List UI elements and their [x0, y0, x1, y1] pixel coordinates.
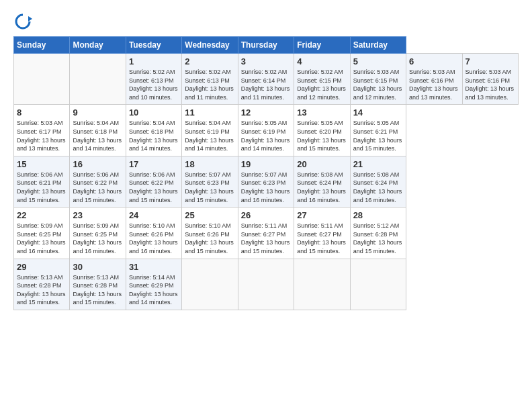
day-info: Sunrise: 5:11 AMSunset: 6:27 PMDaylight:…	[297, 222, 347, 255]
sunrise-text: Sunrise: 5:02 AM	[129, 68, 175, 75]
daylight-minutes: and 11 minutes.	[185, 94, 228, 101]
day-number: 11	[185, 107, 234, 118]
daylight-minutes: and 15 minutes.	[241, 248, 284, 255]
header-cell-tuesday: Tuesday	[126, 37, 181, 54]
day-info: Sunrise: 5:11 AMSunset: 6:27 PMDaylight:…	[241, 222, 291, 255]
daylight-minutes: and 15 minutes.	[185, 197, 228, 203]
sunrise-text: Sunrise: 5:04 AM	[185, 120, 231, 126]
sunrise-text: Sunrise: 5:13 AM	[73, 274, 119, 281]
sunset-text: Sunset: 6:22 PM	[73, 179, 118, 186]
sunset-text: Sunset: 6:14 PM	[241, 77, 286, 84]
calendar-cell: 13Sunrise: 5:05 AMSunset: 6:20 PMDayligh…	[294, 105, 350, 156]
day-info: Sunrise: 5:04 AMSunset: 6:19 PMDaylight:…	[185, 119, 234, 152]
header	[13, 12, 519, 31]
sunrise-text: Sunrise: 5:04 AM	[73, 120, 119, 126]
daylight-text: Daylight: 13 hours	[297, 137, 346, 144]
sunrise-text: Sunrise: 5:05 AM	[241, 120, 287, 126]
calendar-cell: 26Sunrise: 5:11 AMSunset: 6:27 PMDayligh…	[238, 208, 294, 259]
day-info: Sunrise: 5:04 AMSunset: 6:18 PMDaylight:…	[73, 119, 122, 152]
day-number: 13	[297, 107, 347, 118]
day-info: Sunrise: 5:04 AMSunset: 6:18 PMDaylight:…	[129, 119, 179, 152]
calendar-cell: 31Sunrise: 5:14 AMSunset: 6:29 PMDayligh…	[126, 259, 181, 310]
sunset-text: Sunset: 6:25 PM	[73, 231, 118, 238]
daylight-minutes: and 16 minutes.	[241, 197, 284, 203]
calendar-cell: 30Sunrise: 5:13 AMSunset: 6:28 PMDayligh…	[70, 259, 126, 310]
calendar-cell: 8Sunrise: 5:03 AMSunset: 6:17 PMDaylight…	[14, 105, 70, 156]
header-cell-wednesday: Wednesday	[182, 37, 238, 54]
day-number: 28	[353, 210, 403, 220]
logo-icon	[13, 12, 32, 31]
sunset-text: Sunset: 6:21 PM	[353, 128, 398, 135]
sunset-text: Sunset: 6:19 PM	[241, 128, 286, 135]
day-number: 19	[241, 159, 291, 169]
sunrise-text: Sunrise: 5:10 AM	[185, 222, 231, 229]
sunrise-text: Sunrise: 5:12 AM	[353, 222, 400, 229]
day-number: 17	[129, 159, 179, 169]
header-cell-sunday: Sunday	[14, 37, 70, 54]
day-info: Sunrise: 5:05 AMSunset: 6:21 PMDaylight:…	[353, 119, 403, 152]
day-info: Sunrise: 5:14 AMSunset: 6:29 PMDaylight:…	[129, 273, 179, 307]
daylight-text: Daylight: 13 hours	[185, 239, 234, 246]
day-info: Sunrise: 5:03 AMSunset: 6:17 PMDaylight:…	[17, 119, 66, 152]
daylight-text: Daylight: 13 hours	[129, 188, 178, 195]
week-row-2: 8Sunrise: 5:03 AMSunset: 6:17 PMDaylight…	[14, 105, 519, 156]
daylight-text: Daylight: 13 hours	[17, 137, 66, 144]
daylight-text: Daylight: 13 hours	[297, 188, 346, 195]
day-info: Sunrise: 5:08 AMSunset: 6:24 PMDaylight:…	[353, 171, 403, 204]
sunrise-text: Sunrise: 5:02 AM	[185, 68, 231, 75]
sunset-text: Sunset: 6:15 PM	[353, 77, 398, 84]
logo	[13, 12, 35, 31]
calendar-cell: 25Sunrise: 5:10 AMSunset: 6:26 PMDayligh…	[182, 208, 238, 259]
daylight-minutes: and 16 minutes.	[353, 197, 396, 203]
day-number: 20	[297, 159, 347, 169]
day-number: 14	[353, 107, 403, 118]
daylight-minutes: and 16 minutes.	[17, 248, 60, 255]
daylight-minutes: and 15 minutes.	[353, 145, 396, 152]
day-number: 5	[353, 56, 403, 66]
day-number: 24	[129, 210, 179, 220]
day-number: 26	[241, 210, 291, 220]
week-row-1: 1Sunrise: 5:02 AMSunset: 6:13 PMDaylight…	[14, 54, 519, 105]
day-info: Sunrise: 5:03 AMSunset: 6:16 PMDaylight:…	[409, 68, 459, 101]
day-info: Sunrise: 5:02 AMSunset: 6:13 PMDaylight:…	[185, 68, 234, 101]
day-number: 6	[409, 56, 459, 66]
sunrise-text: Sunrise: 5:02 AM	[241, 68, 287, 75]
sunset-text: Sunset: 6:28 PM	[17, 282, 62, 289]
header-cell-thursday: Thursday	[238, 37, 294, 54]
calendar-cell	[238, 259, 294, 310]
day-number: 8	[17, 107, 66, 118]
sunrise-text: Sunrise: 5:11 AM	[297, 222, 343, 229]
sunset-text: Sunset: 6:26 PM	[185, 231, 230, 238]
calendar-cell: 24Sunrise: 5:10 AMSunset: 6:26 PMDayligh…	[126, 208, 181, 259]
sunset-text: Sunset: 6:21 PM	[17, 179, 62, 186]
day-number: 16	[73, 159, 122, 169]
day-number: 1	[129, 56, 179, 66]
sunset-text: Sunset: 6:13 PM	[129, 77, 174, 84]
sunrise-text: Sunrise: 5:08 AM	[297, 171, 343, 178]
daylight-minutes: and 14 minutes.	[73, 145, 116, 152]
daylight-text: Daylight: 13 hours	[73, 291, 122, 298]
daylight-minutes: and 15 minutes.	[297, 248, 340, 255]
header-cell-monday: Monday	[70, 37, 126, 54]
daylight-minutes: and 13 minutes.	[17, 145, 60, 152]
daylight-text: Daylight: 13 hours	[129, 85, 178, 92]
week-row-3: 15Sunrise: 5:06 AMSunset: 6:21 PMDayligh…	[14, 156, 519, 207]
calendar-cell: 27Sunrise: 5:11 AMSunset: 6:27 PMDayligh…	[294, 208, 350, 259]
calendar-cell: 16Sunrise: 5:06 AMSunset: 6:22 PMDayligh…	[70, 156, 126, 207]
sunrise-text: Sunrise: 5:09 AM	[17, 222, 63, 229]
day-info: Sunrise: 5:06 AMSunset: 6:21 PMDaylight:…	[17, 171, 66, 204]
day-info: Sunrise: 5:07 AMSunset: 6:23 PMDaylight:…	[185, 171, 234, 204]
day-info: Sunrise: 5:08 AMSunset: 6:24 PMDaylight:…	[297, 171, 347, 204]
day-info: Sunrise: 5:05 AMSunset: 6:19 PMDaylight:…	[241, 119, 291, 152]
sunset-text: Sunset: 6:15 PM	[297, 77, 342, 84]
calendar-cell: 28Sunrise: 5:12 AMSunset: 6:28 PMDayligh…	[350, 208, 406, 259]
day-number: 18	[185, 159, 234, 169]
sunset-text: Sunset: 6:13 PM	[185, 77, 230, 84]
day-info: Sunrise: 5:02 AMSunset: 6:14 PMDaylight:…	[241, 68, 291, 101]
sunset-text: Sunset: 6:29 PM	[129, 282, 174, 289]
day-info: Sunrise: 5:10 AMSunset: 6:26 PMDaylight:…	[129, 222, 179, 255]
sunset-text: Sunset: 6:16 PM	[466, 77, 511, 84]
daylight-minutes: and 14 minutes.	[129, 145, 172, 152]
calendar-cell: 22Sunrise: 5:09 AMSunset: 6:25 PMDayligh…	[14, 208, 70, 259]
calendar-cell: 18Sunrise: 5:07 AMSunset: 6:23 PMDayligh…	[182, 156, 238, 207]
